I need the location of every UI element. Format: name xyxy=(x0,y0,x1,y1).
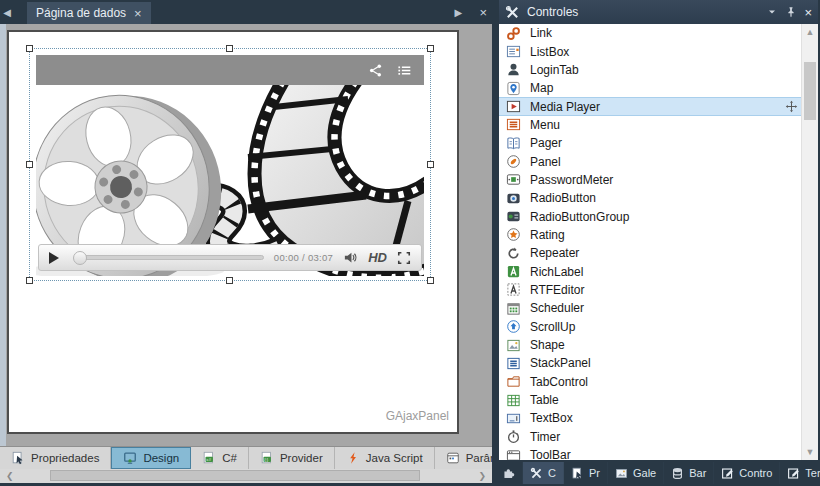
list-item-link[interactable]: Link xyxy=(499,24,801,42)
scroll-down-icon[interactable]: ▼ xyxy=(802,447,818,457)
list-item-media-player[interactable]: Media Player xyxy=(499,97,801,115)
dock-tab-puzzle[interactable] xyxy=(495,462,523,484)
volume-icon[interactable] xyxy=(343,250,358,265)
fullscreen-icon[interactable] xyxy=(397,251,411,265)
chevron-down-icon[interactable] xyxy=(766,6,778,18)
resize-handle[interactable] xyxy=(226,277,233,284)
list-item-repeater[interactable]: Repeater xyxy=(499,244,801,262)
dock-tab-c[interactable]: C xyxy=(523,462,564,484)
document-tab[interactable]: Página de dados × xyxy=(27,2,151,24)
list-item-radiobuttongroup[interactable]: RadioButtonGroup xyxy=(499,207,801,225)
horizontal-scrollbar[interactable]: ❮ ❯ xyxy=(0,469,492,483)
list-item-label: RadioButton xyxy=(530,191,596,205)
list-item-menu[interactable]: Menu xyxy=(499,116,801,134)
chevron-right-icon[interactable]: ▶ xyxy=(451,7,465,18)
pager-icon xyxy=(506,136,521,151)
radiobuttongroup-icon xyxy=(506,209,521,224)
list-item-scheduler[interactable]: Scheduler xyxy=(499,299,801,317)
list-item-toolbar[interactable]: ToolBar xyxy=(499,446,801,460)
designer-view-tabs: PropriedadesDesignc#C#{;}ProviderJava Sc… xyxy=(0,446,492,469)
view-tab-provider[interactable]: {;}Provider xyxy=(249,447,335,469)
list-item-listbox[interactable]: ListBox xyxy=(499,42,801,60)
list-item-map[interactable]: Map xyxy=(499,79,801,97)
list-item-richlabel[interactable]: RichLabel xyxy=(499,262,801,280)
list-item-rtfeditor[interactable]: RTFEditor xyxy=(499,281,801,299)
resize-handle[interactable] xyxy=(427,161,434,168)
seek-knob[interactable] xyxy=(73,251,87,265)
list-item-textbox[interactable]: TextBox xyxy=(499,409,801,427)
design-icon xyxy=(123,451,137,465)
resize-handle[interactable] xyxy=(26,161,33,168)
list-item-shape[interactable]: Shape xyxy=(499,336,801,354)
media-player-control[interactable]: 00:00 / 03:07 HD xyxy=(29,48,431,281)
list-item-label: Media Player xyxy=(530,100,600,114)
dock-tab-bar[interactable]: Bar xyxy=(664,462,714,484)
view-tab-c-[interactable]: c#C# xyxy=(191,447,249,469)
view-tab-java-script[interactable]: Java Script xyxy=(335,447,435,469)
shape-icon xyxy=(506,338,521,353)
logintab-icon xyxy=(506,62,521,77)
view-tab-design[interactable]: Design xyxy=(111,447,191,469)
view-tab-par-me[interactable]: Parâme xyxy=(435,447,492,469)
puzzle-icon xyxy=(502,467,515,480)
list-item-timer[interactable]: Timer xyxy=(499,428,801,446)
javascript-icon xyxy=(346,451,360,465)
rtfeditor-icon xyxy=(506,282,521,297)
list-item-label: Rating xyxy=(530,228,565,242)
page-canvas[interactable]: 00:00 / 03:07 HD GAjaxPanel xyxy=(7,30,459,434)
close-pane-icon[interactable]: × xyxy=(479,5,487,20)
play-icon[interactable] xyxy=(49,252,59,264)
dock-tab-tem[interactable]: Tem xyxy=(780,462,820,484)
chevron-left-icon[interactable]: ◀ xyxy=(0,7,14,18)
list-item-pager[interactable]: Pager xyxy=(499,134,801,152)
dock-tab-gale[interactable]: Gale xyxy=(608,462,664,484)
edit-icon xyxy=(787,467,800,480)
textbox-icon xyxy=(506,411,521,426)
list-item-panel[interactable]: Panel xyxy=(499,152,801,170)
list-item-rating[interactable]: Rating xyxy=(499,226,801,244)
resize-handle[interactable] xyxy=(26,45,33,52)
list-item-label: Table xyxy=(530,393,559,407)
design-surface: 00:00 / 03:07 HD GAjaxPanel xyxy=(0,24,492,446)
view-tab-propriedades[interactable]: Propriedades xyxy=(0,447,111,469)
hd-badge[interactable]: HD xyxy=(368,250,387,265)
close-panel-icon[interactable]: × xyxy=(804,5,812,20)
list-item-scrollup[interactable]: ScrollUp xyxy=(499,318,801,336)
scrollup-icon xyxy=(506,319,521,334)
resize-handle[interactable] xyxy=(427,45,434,52)
dock-tab-pr[interactable]: Pr xyxy=(564,462,608,484)
toolbox-panel: Controles × LinkListBoxLoginTabMapMedia … xyxy=(492,0,820,486)
resize-handle[interactable] xyxy=(427,277,434,284)
mediaplayer-icon xyxy=(506,99,521,114)
share-icon[interactable] xyxy=(368,63,383,78)
dock-tab-contro[interactable]: Contro xyxy=(714,462,780,484)
close-icon[interactable]: × xyxy=(134,7,142,20)
list-item-label: TabControl xyxy=(530,375,588,389)
scroll-up-icon[interactable]: ▲ xyxy=(802,27,818,37)
scroll-right-icon[interactable]: ❯ xyxy=(478,471,486,481)
pin-icon[interactable] xyxy=(785,6,797,18)
playlist-icon[interactable] xyxy=(397,63,412,78)
list-item-tabcontrol[interactable]: TabControl xyxy=(499,373,801,391)
list-item-stackpanel[interactable]: StackPanel xyxy=(499,354,801,372)
resize-handle[interactable] xyxy=(26,277,33,284)
time-display: 00:00 / 03:07 xyxy=(274,252,333,263)
vertical-scroll-thumb[interactable] xyxy=(804,62,816,120)
list-item-passwordmeter[interactable]: PasswordMeter xyxy=(499,171,801,189)
list-item-label: RadioButtonGroup xyxy=(530,210,629,224)
list-item-radiobutton[interactable]: RadioButton xyxy=(499,189,801,207)
seek-bar[interactable] xyxy=(75,255,264,260)
collapsed-panel-strip[interactable] xyxy=(0,24,6,446)
dock-tab-label: Pr xyxy=(589,467,600,479)
move-icon[interactable] xyxy=(785,100,798,113)
repeater-icon xyxy=(506,246,521,261)
vertical-scrollbar[interactable]: ▲ ▼ xyxy=(801,24,818,460)
resize-handle[interactable] xyxy=(226,45,233,52)
horizontal-scroll-thumb[interactable] xyxy=(50,470,420,481)
svg-text:c#: c# xyxy=(207,457,212,462)
list-item-table[interactable]: Table xyxy=(499,391,801,409)
scroll-left-icon[interactable]: ❮ xyxy=(6,471,14,481)
list-item-logintab[interactable]: LoginTab xyxy=(499,61,801,79)
passwordmeter-icon xyxy=(506,172,521,187)
provider-icon: {;} xyxy=(260,451,274,465)
